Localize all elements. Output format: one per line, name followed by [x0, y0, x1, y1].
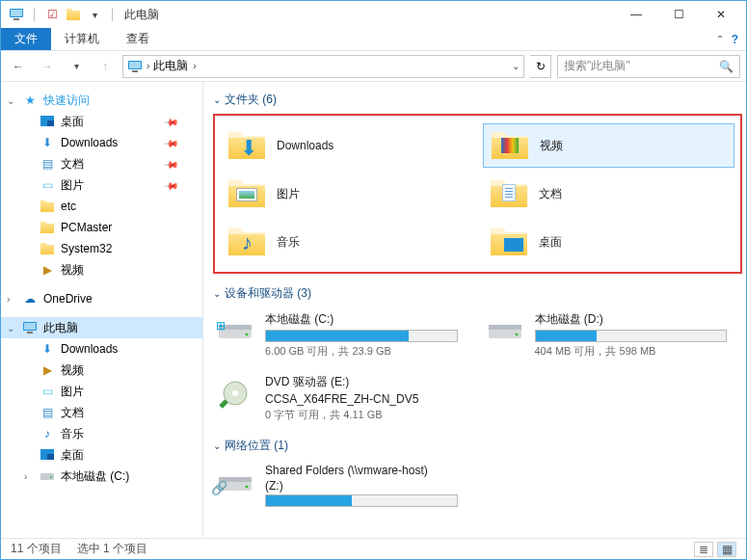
network-drive-item[interactable]: 🔗 Shared Folders (\\vmware-host) (Z:): [213, 460, 473, 513]
view-icons-button[interactable]: ▦: [717, 542, 736, 557]
svg-point-11: [232, 390, 238, 396]
status-selected: 选中 1 个项目: [77, 541, 147, 557]
breadcrumb[interactable]: 此电脑: [153, 58, 188, 74]
view-details-button[interactable]: ≣: [694, 542, 713, 557]
section-drives-header[interactable]: ⌄ 设备和驱动器 (3): [213, 285, 742, 302]
nav-quick-access[interactable]: ⌄ ★ 快速访问: [1, 90, 202, 111]
system-icon[interactable]: [9, 7, 24, 22]
folder-item[interactable]: 桌面: [483, 220, 735, 264]
search-input[interactable]: 搜索"此电脑" 🔍: [557, 55, 740, 78]
pictures-icon: ▭: [40, 177, 55, 193]
ribbon-tab-computer[interactable]: 计算机: [51, 28, 113, 50]
pin-icon: 📌: [164, 114, 179, 129]
pin-icon: 📌: [164, 135, 179, 150]
network-drive-icon: 🔗: [215, 464, 255, 498]
nav-item[interactable]: etc: [1, 196, 202, 217]
address-root-caret-icon[interactable]: ›: [147, 61, 149, 71]
maximize-button[interactable]: ☐: [657, 1, 700, 28]
section-network-header[interactable]: ⌄ 网络位置 (1): [213, 438, 742, 454]
nav-this-pc[interactable]: ⌄ 此电脑: [1, 317, 202, 338]
folder-item[interactable]: ⬇ Downloads: [221, 123, 473, 168]
refresh-button[interactable]: ↻: [530, 55, 551, 78]
desktop-icon: [40, 447, 55, 463]
navigation-pane[interactable]: ⌄ ★ 快速访问 桌面📌 ⬇Downloads📌 ▤文档📌 ▭图片📌 etc P…: [1, 82, 203, 538]
caret-icon[interactable]: ⌄: [7, 323, 14, 333]
caret-icon[interactable]: ›: [24, 471, 27, 482]
downloads-folder-icon: ⬇: [227, 128, 267, 163]
nav-forward-button[interactable]: →: [36, 55, 59, 78]
nav-item[interactable]: 桌面: [1, 444, 202, 466]
status-bar: 11 个项目 选中 1 个项目 ≣ ▦: [1, 538, 746, 559]
section-folders-header[interactable]: ⌄ 文件夹 (6): [213, 92, 742, 108]
minimize-button[interactable]: —: [615, 1, 657, 28]
qat-properties-icon[interactable]: ☑: [44, 7, 60, 22]
downloads-icon: ⬇: [40, 341, 55, 357]
ribbon-expand-icon[interactable]: ⌃: [716, 34, 724, 44]
pin-icon: 📌: [164, 177, 179, 193]
documents-icon: ▤: [40, 405, 55, 420]
close-button[interactable]: ✕: [700, 1, 742, 28]
ribbon-tab-view[interactable]: 查看: [113, 28, 163, 50]
desktop-folder-icon: [489, 225, 529, 259]
storage-bar: [265, 494, 458, 507]
titlebar: ☑ ▾ 此电脑 — ☐ ✕: [1, 1, 746, 28]
folder-item[interactable]: 图片: [221, 172, 473, 216]
nav-item[interactable]: System32: [1, 238, 202, 259]
folder-icon: [40, 241, 55, 256]
folder-item[interactable]: 文档: [483, 172, 735, 216]
ribbon-file-tab[interactable]: 文件: [1, 28, 51, 50]
drive-item[interactable]: 本地磁盘 (D:) 404 MB 可用，共 598 MB: [483, 307, 743, 362]
nav-item[interactable]: PCMaster: [1, 217, 202, 238]
downloads-icon: ⬇: [40, 135, 55, 150]
drive-icon: [40, 468, 55, 484]
address-pc-icon: [127, 59, 143, 74]
pictures-icon: ▭: [40, 384, 55, 399]
videos-icon: ▶: [40, 262, 55, 278]
nav-item[interactable]: ›本地磁盘 (C:): [1, 466, 202, 487]
nav-item[interactable]: ⬇Downloads: [1, 338, 202, 360]
dvd-drive-icon: [215, 374, 255, 409]
desktop-icon: [40, 114, 55, 129]
drive-icon: [485, 311, 525, 346]
nav-item[interactable]: ♪音乐: [1, 423, 202, 444]
address-bar[interactable]: › 此电脑› ⌄: [122, 55, 524, 78]
music-folder-icon: ♪: [227, 225, 267, 259]
videos-icon: ▶: [40, 362, 55, 378]
ribbon: 文件 计算机 查看 ⌃ ?: [1, 28, 746, 51]
folder-icon: [40, 199, 55, 214]
windows-drive-icon: ⊞: [215, 311, 255, 346]
nav-item[interactable]: ⬇Downloads📌: [1, 132, 202, 153]
folder-icon: [40, 220, 55, 235]
content-area[interactable]: ⌄ 文件夹 (6) ⬇ Downloads 视频 图片 文档 ♪ 音乐: [203, 82, 746, 538]
drive-item[interactable]: DVD 驱动器 (E:) CCSA_X64FRE_ZH-CN_DV5 0 字节 …: [213, 370, 473, 426]
nav-item[interactable]: ▤文档📌: [1, 153, 202, 174]
nav-history-dropdown[interactable]: ▾: [65, 55, 88, 78]
nav-item[interactable]: ▶视频: [1, 360, 202, 381]
address-row: ← → ▾ ↑ › 此电脑› ⌄ ↻ 搜索"此电脑" 🔍: [1, 51, 746, 82]
status-count: 11 个项目: [11, 541, 62, 557]
caret-icon[interactable]: ›: [7, 294, 10, 305]
caret-icon[interactable]: ⌄: [7, 95, 14, 106]
search-icon: 🔍: [719, 60, 734, 73]
ribbon-help-icon[interactable]: ?: [732, 33, 738, 46]
nav-up-button[interactable]: ↑: [93, 55, 117, 78]
pin-icon: 📌: [164, 156, 179, 172]
pictures-folder-icon: [227, 176, 267, 211]
caret-icon: ⌄: [213, 288, 221, 299]
folder-item[interactable]: 视频: [483, 123, 735, 168]
nav-item[interactable]: ▤文档: [1, 402, 202, 423]
nav-item[interactable]: ▭图片: [1, 381, 202, 402]
onedrive-icon: ☁: [22, 291, 38, 307]
drive-item[interactable]: ⊞ 本地磁盘 (C:) 6.00 GB 可用，共 23.9 GB: [213, 307, 473, 362]
nav-back-button[interactable]: ←: [7, 55, 30, 78]
documents-folder-icon: [489, 176, 529, 211]
qat-newfolder-icon[interactable]: [66, 7, 81, 22]
address-dropdown-icon[interactable]: ⌄: [512, 61, 520, 71]
folder-item[interactable]: ♪ 音乐: [221, 220, 473, 264]
nav-item[interactable]: ▶视频: [1, 259, 202, 280]
nav-item[interactable]: ▭图片📌: [1, 174, 202, 196]
star-icon: ★: [22, 93, 38, 108]
nav-onedrive[interactable]: › ☁ OneDrive: [1, 288, 202, 309]
nav-item[interactable]: 桌面📌: [1, 111, 202, 132]
qat-dropdown-icon[interactable]: ▾: [87, 7, 102, 22]
